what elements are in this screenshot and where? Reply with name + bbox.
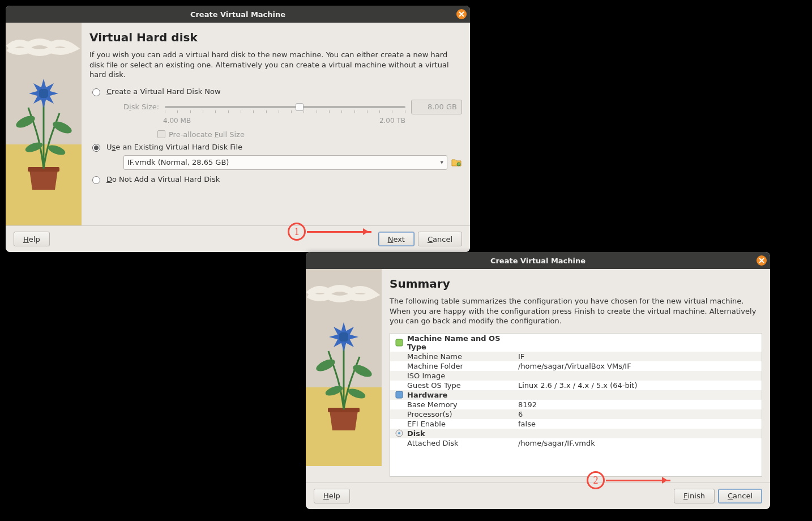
chevron-down-icon: ▾ [440, 159, 443, 166]
close-icon[interactable] [456, 9, 467, 19]
combo-value: IF.vmdk (Normal, 28.65 GB) [127, 158, 229, 166]
wizard-sidebar-art [6, 23, 82, 225]
summary-value [518, 371, 758, 380]
summary-key: Guest OS Type [405, 381, 518, 390]
browse-disk-icon[interactable] [451, 157, 462, 168]
summary-key: Processor(s) [405, 410, 518, 418]
window-title: Create Virtual Machine [190, 10, 285, 19]
page-description: The following table summarizes the confi… [390, 296, 762, 326]
page-title: Virtual Hard disk [89, 31, 462, 44]
cancel-button[interactable]: Cancel [418, 232, 462, 246]
preallocate-label: Pre-allocate Full Size [169, 130, 245, 139]
summary-dialog: Create Virtual Machine [306, 252, 770, 509]
chip-icon [394, 391, 405, 399]
summary-key: Attached Disk [405, 439, 518, 447]
finish-button[interactable]: Finish [674, 489, 715, 503]
dialog-footer: Help Finish Cancel [306, 482, 770, 509]
cancel-button[interactable]: Cancel [718, 489, 762, 503]
radio-label: Use an Existing Virtual Hard Disk File [106, 143, 242, 151]
preallocate-checkbox-row: Pre-allocate Full Size [157, 130, 462, 139]
radio-label: Do Not Add a Virtual Hard Disk [106, 175, 220, 183]
svg-rect-13 [396, 339, 403, 346]
next-button[interactable]: Next [378, 232, 414, 246]
section-header: Machine Name and OS Type [405, 334, 518, 351]
checkbox-icon [157, 130, 165, 138]
help-button[interactable]: Help [314, 489, 350, 503]
wizard-sidebar-art [306, 269, 382, 466]
summary-key: Machine Folder [405, 362, 518, 370]
dialog-footer: Help Next Cancel [6, 225, 470, 252]
radio-no-disk[interactable]: Do Not Add a Virtual Hard Disk [89, 174, 462, 184]
summary-key: ISO Image [405, 371, 518, 380]
summary-value: /home/sagar/IF.vmdk [518, 439, 758, 447]
summary-value: IF [518, 352, 758, 361]
close-icon[interactable] [757, 255, 767, 266]
radio-input[interactable] [92, 88, 100, 96]
radio-input[interactable] [92, 176, 100, 184]
summary-key: EFI Enable [405, 420, 518, 428]
svg-point-11 [347, 387, 367, 400]
svg-point-6 [457, 163, 460, 166]
svg-rect-14 [396, 391, 403, 398]
radio-create-new[interactable]: Create a Virtual Hard Disk Now [89, 87, 462, 96]
puzzle-icon [394, 334, 405, 351]
section-header: Hardware [405, 391, 518, 399]
summary-value: Linux 2.6 / 3.x / 4.x / 5.x (64-bit) [518, 381, 758, 390]
radio-label: Create a Virtual Hard Disk Now [106, 87, 221, 96]
titlebar[interactable]: Create Virtual Machine [306, 252, 770, 269]
disk-size-group: Disk Size: 8.00 GB 4.00 MB 2.00 TB [123, 100, 462, 139]
titlebar[interactable]: Create Virtual Machine [6, 6, 470, 23]
disk-size-label: Disk Size: [123, 103, 159, 111]
min-size-label: 4.00 MB [163, 117, 191, 125]
window-title: Create Virtual Machine [490, 257, 586, 265]
max-size-label: 2.00 TB [379, 117, 405, 125]
summary-value: false [518, 420, 758, 428]
wizard-content: Virtual Hard disk If you wish you can ad… [82, 23, 470, 225]
help-button[interactable]: Help [14, 232, 50, 246]
summary-key: Base Memory [405, 400, 518, 409]
section-header: Disk [405, 429, 518, 438]
disk-size-value: 8.00 GB [411, 100, 462, 114]
wizard-content: Summary The following table summarizes t… [382, 269, 770, 482]
summary-table: Machine Name and OS Type Machine NameIF … [390, 333, 762, 477]
page-title: Summary [390, 277, 762, 291]
svg-point-4 [47, 143, 67, 157]
existing-disk-combo[interactable]: IF.vmdk (Normal, 28.65 GB) ▾ [123, 155, 447, 170]
summary-key: Machine Name [405, 352, 518, 361]
page-description: If you wish you can add a virtual hard d… [89, 50, 462, 80]
svg-point-16 [398, 432, 400, 434]
disk-size-slider [165, 101, 405, 113]
disk-icon [394, 429, 405, 438]
summary-value: 6 [518, 410, 758, 418]
summary-value: 8192 [518, 400, 758, 409]
summary-value: /home/sagar/VirtualBox VMs/IF [518, 362, 758, 370]
radio-input[interactable] [92, 144, 100, 152]
radio-use-existing[interactable]: Use an Existing Virtual Hard Disk File [89, 142, 462, 152]
hard-disk-dialog: Create Virtual Machine [6, 6, 470, 252]
